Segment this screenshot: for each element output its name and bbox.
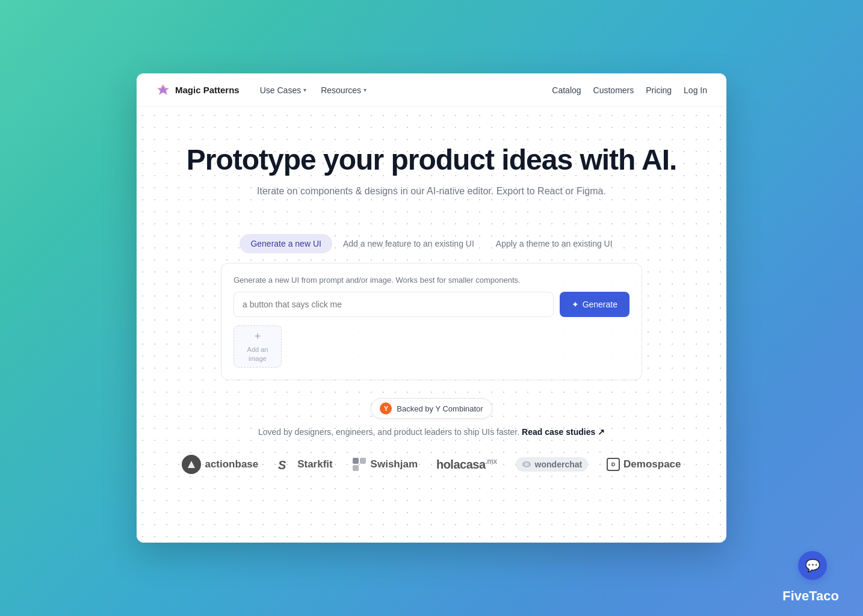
generator-description: Generate a new UI from prompt and/or ima… (234, 276, 629, 285)
svg-rect-5 (353, 465, 359, 471)
chevron-down-icon: ▾ (303, 87, 306, 93)
logo-wonderchat: wonderchat (516, 457, 589, 472)
swishjam-icon (351, 457, 367, 472)
svg-rect-4 (360, 458, 366, 464)
wonderchat-icon (522, 461, 531, 468)
nav-pricing[interactable]: Pricing (646, 85, 672, 95)
yc-section: Y Backed by Y Combinator Loved by design… (137, 380, 726, 443)
starkfit-icon: S (277, 456, 294, 473)
tab-add-feature[interactable]: Add a new feature to an existing UI (332, 234, 485, 253)
logo-swishjam: Swishjam (351, 457, 418, 472)
actionbase-svg-icon (186, 459, 197, 470)
logo-starkfit: S Starkfit (277, 456, 333, 473)
fivetaco-watermark: FiveTaco (782, 588, 839, 604)
generate-button-label: Generate (583, 300, 617, 309)
demospace-icon: D (607, 458, 620, 471)
hero-subtitle: Iterate on components & designs in our A… (161, 186, 702, 197)
chat-bubble-button[interactable]: 💬 (798, 551, 827, 580)
wonderchat-text: wonderchat (535, 460, 583, 469)
case-studies-link[interactable]: Read case studies ↗ (522, 427, 605, 437)
demospace-text: Demospace (623, 458, 681, 470)
navbar: Magic Patterns Use Cases ▾ Resources ▾ C… (137, 73, 726, 107)
logo-area[interactable]: Magic Patterns (156, 83, 240, 97)
actionbase-icon (182, 455, 201, 474)
chat-icon: 💬 (805, 558, 820, 573)
image-upload-area[interactable]: + Add animage (234, 325, 282, 368)
logo-text: Magic Patterns (175, 85, 240, 95)
logo-demospace: D Demospace (607, 458, 681, 471)
yc-badge-label: Backed by Y Combinator (397, 404, 483, 413)
loved-text: Loved by designers, engineers, and produ… (161, 427, 702, 437)
window-inner: Magic Patterns Use Cases ▾ Resources ▾ C… (137, 73, 726, 543)
generate-button[interactable]: ✦ Generate (560, 292, 629, 317)
wonderchat-pill: wonderchat (516, 457, 589, 472)
tab-group: Generate a new UI Add a new feature to a… (137, 234, 726, 253)
tab-apply-theme[interactable]: Apply a theme to an existing UI (485, 234, 623, 253)
plus-icon: + (255, 330, 261, 343)
magic-patterns-logo-icon (156, 83, 170, 97)
svg-rect-3 (353, 458, 359, 464)
logos-section: actionbase S Starkfit Swishjam (137, 443, 726, 498)
actionbase-text: actionbase (205, 458, 258, 470)
nav-resources[interactable]: Resources ▾ (315, 82, 373, 99)
generator-input-row: ✦ Generate (234, 292, 629, 317)
svg-point-7 (524, 463, 529, 466)
nav-right: Catalog Customers Pricing Log In (552, 85, 707, 95)
main-window: Magic Patterns Use Cases ▾ Resources ▾ C… (137, 73, 726, 543)
nav-customers[interactable]: Customers (593, 85, 634, 95)
starkfit-text: Starkfit (297, 458, 333, 470)
yc-badge: Y Backed by Y Combinator (371, 398, 492, 419)
swishjam-text: Swishjam (371, 458, 418, 470)
sparkle-icon: ✦ (572, 300, 579, 309)
hero-section: Prototype your product ideas with AI. It… (137, 107, 726, 234)
logo-holacasa: holacasa.mx (436, 457, 497, 472)
nav-use-cases[interactable]: Use Cases ▾ (254, 82, 312, 99)
add-image-label: Add animage (247, 345, 268, 363)
nav-catalog[interactable]: Catalog (552, 85, 581, 95)
svg-text:S: S (278, 458, 286, 472)
yc-circle-icon: Y (380, 402, 392, 414)
prompt-input[interactable] (234, 292, 554, 317)
nav-resources-label: Resources (321, 85, 361, 95)
nav-login[interactable]: Log In (684, 85, 707, 95)
hero-title: Prototype your product ideas with AI. (161, 143, 702, 176)
chevron-down-icon: ▾ (363, 87, 367, 93)
generator-box: Generate a new UI from prompt and/or ima… (221, 263, 642, 380)
generator-wrapper: Generate a new UI from prompt and/or ima… (137, 263, 726, 380)
nav-use-cases-label: Use Cases (260, 85, 301, 95)
nav-left: Magic Patterns Use Cases ▾ Resources ▾ (156, 82, 373, 99)
logo-actionbase: actionbase (182, 455, 258, 474)
tab-generate-new-ui[interactable]: Generate a new UI (240, 234, 332, 253)
nav-links: Use Cases ▾ Resources ▾ (254, 82, 373, 99)
holacasa-text: holacasa.mx (436, 457, 497, 472)
